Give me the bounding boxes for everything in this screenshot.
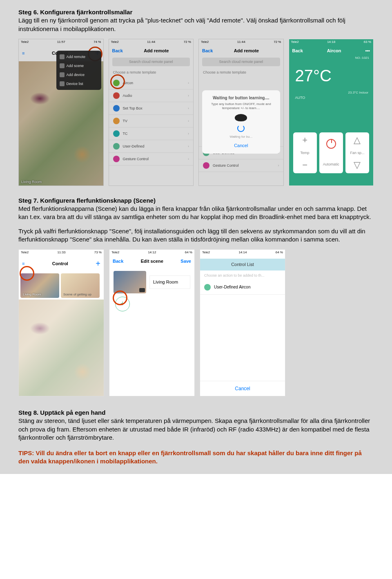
menu-icon[interactable]: ≡ xyxy=(22,50,24,56)
steg7-heading: Steg 7. Konfigurera flerfunktionsknapp (… xyxy=(18,197,156,204)
camera-icon xyxy=(139,288,145,292)
steg6-block: Steg 6. Konfigurera fjärrkontrollsmallar… xyxy=(18,8,374,33)
status-bar: Tele211:5774 % xyxy=(19,39,103,45)
steg7-p1: Med flerfunktionsknapparna (Scene) kan d… xyxy=(18,205,371,220)
room-image xyxy=(19,300,104,396)
temp-button[interactable]: +Temp− xyxy=(293,132,317,173)
tip-text: TIPS: Vill du ändra eller ta bort en kna… xyxy=(18,449,374,466)
learning-modal: Waiting for button learning.... Type any… xyxy=(202,90,280,154)
temperature-display: 27°C xyxy=(289,60,374,91)
menu-add-scene[interactable]: Add scene xyxy=(56,61,101,70)
menu-device-list[interactable]: Device list xyxy=(56,79,101,88)
menu-add-device[interactable]: Add device xyxy=(56,70,101,79)
steg6-heading: Steg 6. Konfigurera fjärrkontrollsmallar xyxy=(18,9,132,16)
fan-button[interactable]: △Fan sp...▽ xyxy=(345,132,369,173)
template-gesture[interactable]: Gesture Control› xyxy=(109,153,194,165)
action-item[interactable]: User-Defined Aircon xyxy=(200,280,285,295)
template-userdefined[interactable]: User-Defined› xyxy=(109,140,194,153)
save-button[interactable]: Save xyxy=(180,258,191,264)
scene-name-input[interactable]: Living Room xyxy=(149,275,190,289)
cancel-button[interactable]: Cancel xyxy=(200,381,285,396)
steg8-heading: Steg 8. Upptäck på egen hand xyxy=(18,409,105,416)
phone-edit-scene: Tele214:1264 % Back Edit scene Save Livi… xyxy=(109,249,195,396)
scene-getting-up[interactable]: Scene of getting up xyxy=(61,273,100,298)
search-input[interactable]: Search cloud remote panel xyxy=(202,58,280,66)
phone-control-scenes: Tele211:3373 % ≡ Control + Living Room S… xyxy=(18,249,104,396)
phone-control: Tele211:5774 % ≡ Control + Living Room A… xyxy=(18,39,104,186)
menu-icon[interactable]: ≡ xyxy=(22,261,24,267)
phone-control-list: Tele214:1464 % Back Edit scene Save Cont… xyxy=(200,249,285,396)
template-tc[interactable]: TC› xyxy=(109,127,194,140)
highlight-circle xyxy=(20,266,34,281)
back-button[interactable]: Back xyxy=(292,48,303,54)
power-icon xyxy=(326,139,336,149)
steg6-body: Lägg till en ny fjärrkontroll genom att … xyxy=(18,17,345,32)
menu-add-remote[interactable]: Add remote xyxy=(56,52,101,61)
phone-aircon: Tele214:1863 % Back Aircon ••• NO.:1021 … xyxy=(289,39,374,186)
back-button[interactable]: Back xyxy=(113,258,123,264)
steg8-body: Stäng av stereon, tänd ljuset eller sänk… xyxy=(18,417,370,441)
template-tv[interactable]: TV› xyxy=(109,115,194,127)
ac-controls: +Temp− Automatic △Fan sp...▽ xyxy=(289,132,374,173)
control-list-sheet: Control List Choose an action to be adde… xyxy=(200,259,285,396)
template-audio[interactable]: Audio› xyxy=(109,89,194,102)
steg8-block: Steg 8. Upptäck på egen hand Stäng av st… xyxy=(18,409,374,442)
cancel-button[interactable]: Cancel xyxy=(205,143,277,149)
add-icon[interactable]: + xyxy=(96,258,100,269)
steg7-p2: Tryck på valfri flerfunktionsknapp "Scen… xyxy=(18,227,374,244)
steg7-block: Steg 7. Konfigurera flerfunktionsknapp (… xyxy=(18,197,374,221)
spinner-icon xyxy=(237,125,245,132)
template-settopbox[interactable]: Set Top Box› xyxy=(109,102,194,115)
highlight-circle xyxy=(113,291,127,305)
phone-add-remote: Tele211:4472 % Back Add remote Search cl… xyxy=(109,39,194,186)
screenshot-row-2: Tele211:3373 % ≡ Control + Living Room S… xyxy=(18,249,374,396)
screenshot-row-1: Tele211:5774 % ≡ Control + Living Room A… xyxy=(18,39,374,186)
phone-learning: Tele211:4472 % Back Add remote Search cl… xyxy=(198,39,284,186)
back-button[interactable]: Back xyxy=(202,48,213,54)
search-input[interactable]: Search cloud remote panel xyxy=(112,58,190,66)
power-button[interactable]: Automatic xyxy=(319,132,343,173)
highlight-circle xyxy=(110,74,125,89)
more-icon[interactable]: ••• xyxy=(365,48,370,54)
scene-thumb[interactable] xyxy=(114,271,146,293)
add-menu-popup: Add remote Add scene Add device Device l… xyxy=(56,51,101,90)
back-button[interactable]: Back xyxy=(112,48,123,54)
hub-icon xyxy=(235,114,247,121)
